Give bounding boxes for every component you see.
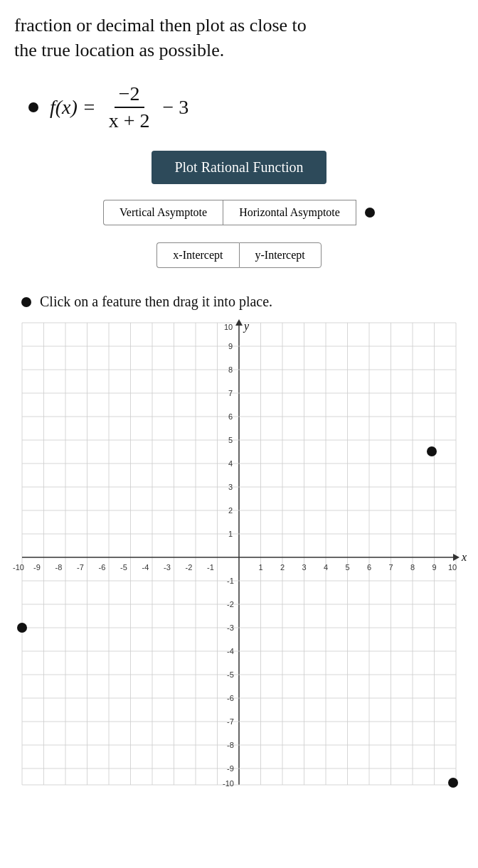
svg-text:-3: -3: [227, 623, 234, 632]
graph-dot-bottom-right[interactable]: [448, 778, 458, 788]
svg-text:4: 4: [324, 563, 328, 572]
svg-text:1: 1: [228, 530, 233, 538]
formula-bullet: [28, 102, 38, 112]
formula-denominator: x + 2: [105, 108, 154, 132]
svg-text:-4: -4: [227, 647, 234, 655]
svg-text:-9: -9: [227, 764, 234, 773]
graph-container: y x -1 -2 -3 -4 -5 -6 -7 -8 -9 -10 1 2 3…: [7, 316, 471, 792]
asymptote-bullet: [365, 208, 375, 218]
graph-canvas[interactable]: y x -1 -2 -3 -4 -5 -6 -7 -8 -9 -10 1 2 3…: [8, 316, 470, 792]
svg-text:-2: -2: [227, 600, 234, 609]
svg-text:-8: -8: [55, 563, 63, 572]
graph-dot-top-right[interactable]: [427, 446, 437, 456]
svg-text:3: 3: [228, 483, 233, 491]
svg-text:-1: -1: [227, 577, 234, 585]
svg-text:6: 6: [367, 563, 371, 572]
y-intercept-button[interactable]: y-Intercept: [239, 242, 322, 268]
svg-text:8: 8: [410, 563, 415, 572]
x-axis-label: x: [461, 551, 467, 563]
graph-dot-bottom-left[interactable]: [17, 623, 27, 633]
svg-text:-1: -1: [207, 563, 214, 572]
formula-lhs: f(x) =: [50, 96, 96, 119]
y-axis-label: y: [243, 320, 250, 333]
svg-text:6: 6: [228, 412, 233, 421]
svg-marker-42: [453, 554, 460, 561]
instruction-bullet: [21, 297, 31, 307]
svg-text:-2: -2: [186, 563, 193, 572]
svg-text:-10: -10: [13, 563, 24, 572]
svg-text:1: 1: [258, 563, 262, 572]
svg-text:7: 7: [388, 563, 393, 572]
horizontal-asymptote-button[interactable]: Horizontal Asymptote: [223, 200, 356, 225]
svg-text:-10: -10: [223, 779, 234, 788]
svg-text:3: 3: [302, 563, 306, 572]
svg-text:7: 7: [228, 389, 233, 397]
svg-text:9: 9: [432, 563, 436, 572]
svg-text:-5: -5: [120, 563, 127, 572]
click-instruction-text: Click on a feature then drag it into pla…: [40, 294, 272, 310]
svg-text:-7: -7: [77, 563, 84, 572]
svg-text:-5: -5: [227, 670, 234, 679]
svg-text:8: 8: [228, 365, 233, 374]
svg-text:10: 10: [224, 323, 233, 331]
svg-text:2: 2: [280, 563, 285, 572]
formula-numerator: −2: [115, 82, 144, 108]
svg-text:5: 5: [345, 563, 349, 572]
svg-text:-3: -3: [164, 563, 171, 572]
svg-text:-4: -4: [142, 563, 149, 572]
formula-display: f(x) = −2 x + 2 − 3: [50, 82, 188, 132]
svg-marker-43: [235, 319, 243, 326]
top-text: fraction or decimal then plot as close t…: [0, 0, 478, 70]
graph-svg: y x -1 -2 -3 -4 -5 -6 -7 -8 -9 -10 1 2 3…: [8, 316, 470, 792]
formula-fraction: −2 x + 2: [105, 82, 154, 132]
x-intercept-button[interactable]: x-Intercept: [156, 242, 238, 268]
svg-text:5: 5: [228, 436, 233, 444]
svg-text:4: 4: [228, 459, 233, 468]
svg-text:-9: -9: [33, 563, 41, 572]
svg-text:-6: -6: [227, 694, 234, 702]
formula-rhs: − 3: [163, 96, 189, 119]
vertical-asymptote-button[interactable]: Vertical Asymptote: [103, 200, 223, 225]
svg-text:-8: -8: [227, 741, 234, 749]
svg-text:9: 9: [228, 342, 233, 350]
svg-text:10: 10: [448, 563, 457, 572]
svg-text:2: 2: [228, 506, 233, 515]
svg-text:-6: -6: [99, 563, 106, 572]
svg-text:-7: -7: [227, 717, 234, 726]
plot-rational-function-button[interactable]: Plot Rational Function: [152, 151, 326, 184]
